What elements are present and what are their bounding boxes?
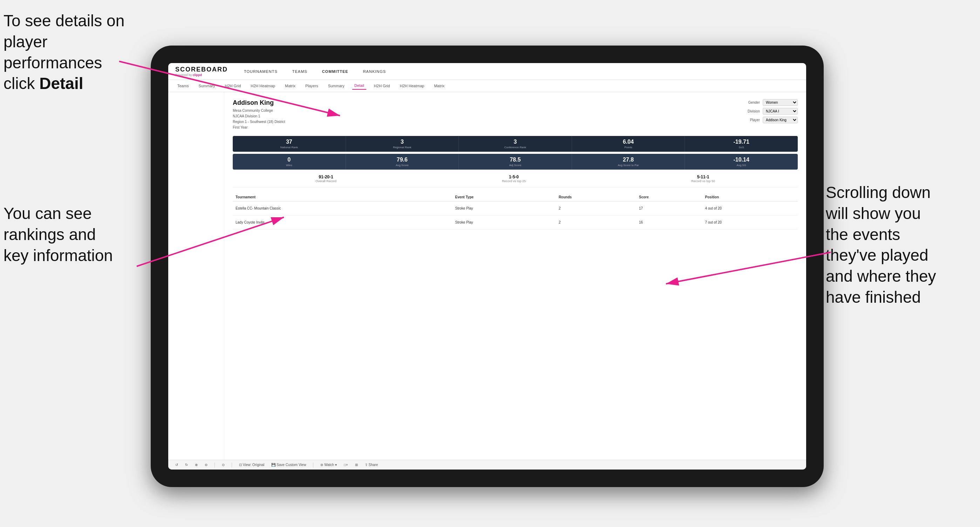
col-header-tournament: Tournament	[233, 193, 452, 202]
stat-national-rank-label: National Rank	[235, 146, 344, 149]
record-top25-label: Record vs top 25	[502, 179, 526, 183]
sub-nav: Teams Summary H2H Grid H2H Heatmap Matri…	[168, 80, 806, 92]
stat-wins-label: Wins	[235, 163, 344, 167]
row1-rounds: 2	[556, 202, 636, 216]
nav-committee[interactable]: COMMITTEE	[320, 68, 350, 75]
stat-adj-score-label: Adj Score	[461, 163, 570, 167]
toolbar-screen[interactable]: □+	[342, 462, 350, 467]
sub-nav-detail[interactable]: Detail	[352, 82, 366, 90]
record-overall: 91-20-1 Overall Record	[315, 175, 336, 183]
logo-area: SCOREBOARD Powered by clippd	[175, 66, 228, 77]
record-top25: 1-5-0 Record vs top 25	[502, 175, 526, 183]
stat-avg-sg: -10.14 Avg SG	[685, 154, 798, 170]
logo-scoreboard: SCOREBOARD	[175, 66, 228, 73]
player-header: Addison King Mesa Community College NJCA…	[233, 99, 798, 130]
stat-wins-value: 0	[235, 157, 344, 163]
player-name: Addison King	[233, 99, 285, 106]
stat-avg-score-value: 79.6	[348, 157, 457, 163]
player-region: Region 1 - Southwest (18) District	[233, 119, 285, 125]
toolbar-sep3	[313, 462, 313, 467]
toolbar-redo[interactable]: ↻	[184, 462, 189, 467]
stat-regional-rank-label: Regional Rank	[348, 146, 457, 149]
left-panel	[168, 92, 224, 460]
player-info: Addison King Mesa Community College NJCA…	[233, 99, 285, 130]
toolbar-refresh[interactable]: ⊙	[221, 462, 226, 467]
toolbar-zoom-in[interactable]: ⊕	[194, 462, 199, 467]
annotation-top-left: To see details on player performances cl…	[3, 11, 137, 94]
sub-nav-matrix[interactable]: Matrix	[283, 83, 298, 89]
nav-teams[interactable]: TEAMS	[290, 68, 310, 75]
toolbar-undo[interactable]: ↺	[174, 462, 180, 467]
annotation-bottom-left: You can see rankings and key information	[3, 203, 137, 266]
content-area: Addison King Mesa Community College NJCA…	[224, 92, 806, 460]
nav-tournaments[interactable]: TOURNAMENTS	[242, 68, 280, 75]
sub-nav-h2h-grid[interactable]: H2H Grid	[223, 83, 243, 89]
stat-avg-sg-label: Avg SG	[687, 163, 795, 167]
stat-regional-rank: 3 Regional Rank	[346, 136, 459, 152]
player-label: Player	[750, 118, 760, 122]
row1-position: 4 out of 20	[702, 202, 798, 216]
top-nav: SCOREBOARD Powered by clippd TOURNAMENTS…	[168, 63, 806, 80]
player-select[interactable]: Addison King	[763, 117, 798, 123]
record-overall-label: Overall Record	[315, 179, 336, 183]
tablet-screen: SCOREBOARD Powered by clippd TOURNAMENTS…	[168, 63, 806, 470]
toolbar-save-custom-view[interactable]: 💾 Save Custom View	[270, 462, 307, 467]
row2-rounds: 2	[556, 216, 636, 230]
col-header-score: Score	[636, 193, 702, 202]
sub-nav-matrix2[interactable]: Matrix	[432, 83, 447, 89]
sub-nav-summary2[interactable]: Summary	[326, 83, 347, 89]
stat-avg-score-par: 27.8 Avg Score to Par	[572, 154, 685, 170]
player-year: First Year	[233, 125, 285, 130]
stat-conference-rank-label: Conference Rank	[461, 146, 570, 149]
row2-event-type: Stroke Play	[452, 216, 555, 230]
toolbar-share[interactable]: ⇪ Share	[363, 462, 379, 467]
record-top50: 5-11-1 Record vs top 50	[691, 175, 715, 183]
sub-nav-h2h-grid2[interactable]: H2H Grid	[372, 83, 392, 89]
col-header-event-type: Event Type	[452, 193, 555, 202]
row1-event-type: Stroke Play	[452, 202, 555, 216]
stat-conference-rank-value: 3	[461, 139, 570, 145]
sub-nav-teams[interactable]: Teams	[175, 83, 191, 89]
col-header-position: Position	[702, 193, 798, 202]
player-college: Mesa Community College	[233, 108, 285, 114]
row2-score: 16	[636, 216, 702, 230]
stat-sos-label: SoS	[687, 146, 795, 149]
stat-sos-value: -19.71	[687, 139, 795, 145]
sub-nav-summary[interactable]: Summary	[196, 83, 217, 89]
stats-row-2: 0 Wins 79.6 Avg Score 78.5 Adj Score 27.…	[233, 154, 798, 170]
player-filter-row: Player Addison King	[750, 117, 798, 123]
sub-nav-players[interactable]: Players	[303, 83, 320, 89]
gender-select[interactable]: Women	[763, 99, 798, 106]
annotation-right: Scrolling down will show you the events …	[826, 182, 973, 308]
stats-row-1: 37 National Rank 3 Regional Rank 3 Confe…	[233, 136, 798, 152]
toolbar-grid[interactable]: ⊞	[354, 462, 359, 467]
stat-points: 6.04 Points	[572, 136, 685, 152]
record-overall-value: 91-20-1	[315, 175, 336, 179]
gender-filter-row: Gender Women	[748, 99, 798, 106]
row2-tournament: Lady Coyote Invite	[233, 216, 452, 230]
stat-avg-score-par-value: 27.8	[574, 157, 683, 163]
stat-sos: -19.71 SoS	[685, 136, 798, 152]
stat-points-label: Points	[574, 146, 683, 149]
gender-label: Gender	[748, 100, 760, 105]
toolbar-view-original[interactable]: ⊡ View: Original	[238, 462, 266, 467]
row1-score: 17	[636, 202, 702, 216]
division-label: Division	[748, 110, 760, 113]
player-division: NJCAA Division 1	[233, 114, 285, 119]
logo-powered-text: Powered by	[175, 73, 192, 77]
stat-adj-score-value: 78.5	[461, 157, 570, 163]
stat-regional-rank-value: 3	[348, 139, 457, 145]
player-filters: Gender Women Division NJCAA I	[748, 99, 798, 130]
sub-nav-h2h-heatmap[interactable]: H2H Heatmap	[248, 83, 277, 89]
stat-wins: 0 Wins	[233, 154, 346, 170]
table-row: Estella CC- Mountain Classic Stroke Play…	[233, 202, 798, 216]
bottom-toolbar: ↺ ↻ ⊕ ⊖ ⊙ ⊡ View: Original 💾 Save Custom…	[168, 460, 806, 470]
main-content: Addison King Mesa Community College NJCA…	[168, 92, 806, 460]
division-select[interactable]: NJCAA I	[763, 108, 798, 114]
nav-rankings[interactable]: RANKINGS	[361, 68, 388, 75]
sub-nav-h2h-heatmap2[interactable]: H2H Heatmap	[398, 83, 426, 89]
toolbar-zoom-out[interactable]: ⊖	[203, 462, 209, 467]
stat-avg-sg-value: -10.14	[687, 157, 795, 163]
toolbar-watch[interactable]: ⊚ Watch ▾	[319, 462, 338, 467]
stat-conference-rank: 3 Conference Rank	[459, 136, 572, 152]
